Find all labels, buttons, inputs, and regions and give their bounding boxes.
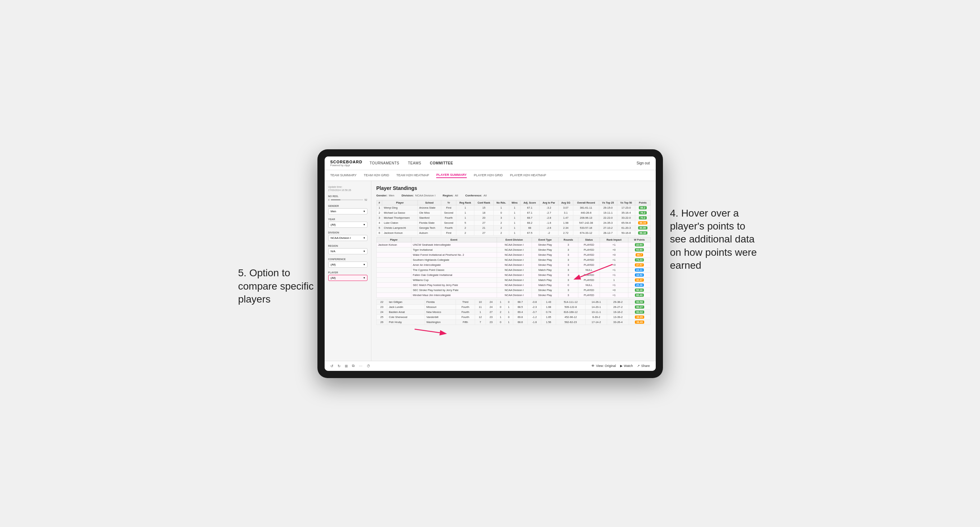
points-badge[interactable]: 66.40 xyxy=(635,294,644,297)
col-school: School xyxy=(417,200,441,205)
points-badge[interactable]: 25.38 xyxy=(635,284,644,287)
sub-nav: TEAM SUMMARY TEAM H2H GRID TEAM H2H HEAT… xyxy=(325,170,656,181)
annotation-bottom-left: 5. Option to compare specific players xyxy=(238,267,317,306)
points-badge[interactable]: 60.02 xyxy=(635,310,644,314)
table-row[interactable]: 24 Bastien Amat New Mexico Fourth 1 27 2… xyxy=(377,310,650,314)
division-select[interactable]: NCAA Division I ▾ xyxy=(328,235,368,241)
points-badge[interactable]: 70.2 xyxy=(639,216,647,219)
popup-row[interactable]: Fallen Oak Collegiate Invitational NCAA … xyxy=(377,272,650,277)
player-select[interactable]: (All) ▾ xyxy=(328,275,368,281)
popup-row[interactable]: Tiger Invitational NCAA Division I Strok… xyxy=(377,247,650,252)
popup-row[interactable]: Mirobel Maui Jim Intercollegiate NCAA Di… xyxy=(377,292,650,297)
points-badge[interactable]: 46.7 xyxy=(636,253,643,257)
popup-row[interactable]: Southern Highlands Collegiate NCAA Divis… xyxy=(377,257,650,262)
points-badge[interactable]: 80.89 xyxy=(638,226,648,230)
popup-col-rank-impact: Rank Impact xyxy=(600,237,628,242)
points-badge[interactable]: 73.23 xyxy=(635,258,644,262)
top-nav: SCOREBOARD Powered by clippi TOURNAMENTS… xyxy=(325,157,656,170)
menu-icon[interactable]: ⋯ xyxy=(359,364,363,368)
table-row[interactable]: 1 Wenyi Ding Arizona State First 1 15 1 … xyxy=(377,205,650,210)
sidebar: Update time: 27/03/2024 16:56:26 No Rds.… xyxy=(325,181,371,361)
popup-detail-table: Player Event Event Division Event Type R… xyxy=(377,237,651,298)
points-badge[interactable]: 53.60 xyxy=(635,248,644,251)
sub-nav-player-summary[interactable]: PLAYER SUMMARY xyxy=(436,172,466,178)
region-section: Region N/A ▾ xyxy=(328,244,368,254)
sub-nav-player-h2h-heatmap[interactable]: PLAYER H2H HEATMAP xyxy=(510,173,546,178)
sign-out[interactable]: Sign out xyxy=(637,161,650,165)
popup-row[interactable]: Williams Cup NCAA Division I Match Play … xyxy=(377,277,650,283)
table-row[interactable]: 2 Michael La Sasso Ole Miss Second 1 18 … xyxy=(377,210,650,215)
points-badge[interactable]: 37.57 xyxy=(635,264,644,267)
points-badge[interactable]: 24.11 xyxy=(635,268,644,271)
sub-nav-team-h2h-heatmap[interactable]: TEAM H2H HEATMAP xyxy=(396,173,429,178)
table-row[interactable]: 3 Michael Thorbjornsen Stanford Fourth 1… xyxy=(377,215,650,220)
points-badge[interactable]: 60.27 xyxy=(635,305,644,309)
region-select[interactable]: N/A ▾ xyxy=(328,248,368,254)
chevron-icon: ▾ xyxy=(363,276,365,279)
points-badge[interactable]: 56.18 xyxy=(635,289,644,292)
share-button[interactable]: ↗ Share xyxy=(637,364,650,368)
main-content: Update time: 27/03/2024 16:56:26 No Rds.… xyxy=(325,181,656,361)
gender-label: Gender xyxy=(328,205,368,207)
year-select[interactable]: (All) ▾ xyxy=(328,222,368,228)
watch-icon: ▶ xyxy=(620,364,623,368)
copy-icon[interactable]: ⧉ xyxy=(352,364,355,368)
toolbar-view[interactable]: 👁 View: Original xyxy=(591,364,616,368)
logo-sub: Powered by clippi xyxy=(330,164,363,167)
popup-row[interactable]: SEC Stroke Play hosted by Jerry Pate NCA… xyxy=(377,287,650,292)
sub-nav-player-h2h-grid[interactable]: PLAYER H2H GRID xyxy=(474,173,503,178)
points-badge[interactable]: 22.64 xyxy=(635,243,644,246)
points-badge[interactable]: 76.2 xyxy=(639,211,647,214)
nav-tournaments[interactable]: TOURNAMENTS xyxy=(370,160,399,166)
redo-icon[interactable]: ↻ xyxy=(337,364,340,368)
no-rds-label: No Rds. xyxy=(328,195,368,197)
popup-row[interactable]: Jackson Koivun UNCW Seahawk Intercollegi… xyxy=(377,242,650,247)
undo-icon[interactable]: ↺ xyxy=(330,364,333,368)
year-label: Year xyxy=(328,218,368,221)
points-badge[interactable]: 68.18 xyxy=(638,231,648,235)
sub-nav-team-h2h-grid[interactable]: TEAM H2H GRID xyxy=(364,173,390,178)
table-row[interactable]: 23 Jack Lundin Missouri Fourth 11 24 0 1… xyxy=(377,304,650,310)
gender-select[interactable]: Men ▾ xyxy=(328,208,368,214)
chevron-icon: ▾ xyxy=(363,223,365,226)
table-row[interactable]: 4 Luke Claton Florida State Second 5 27 … xyxy=(377,220,650,225)
table-row[interactable]: 26 Petr Hruby Washington Fifth 7 23 0 1 … xyxy=(377,319,650,324)
col-vs50: Vs Top 50 xyxy=(617,200,635,205)
clock-icon[interactable]: ⏱ xyxy=(367,364,370,368)
watch-button[interactable]: ▶ Watch xyxy=(620,364,633,368)
col-reg-rank: Reg Rank xyxy=(457,200,474,205)
slider-track[interactable] xyxy=(331,199,363,200)
grid-icon[interactable]: ⊞ xyxy=(345,364,348,368)
col-to-par: Avg to Par xyxy=(539,200,558,205)
points-badge[interactable]: 39.95 xyxy=(635,316,644,319)
popup-row[interactable]: Amer An Intercollegiate NCAA Division I … xyxy=(377,262,650,267)
table-row[interactable]: 5 Christo Lamprecht Georgia Tech Fourth … xyxy=(377,225,650,230)
extra-rows-table: 22 Ian Gilligan Florida Third 10 24 1 0 … xyxy=(377,299,651,325)
popup-col-division: Event Division xyxy=(497,237,531,242)
nav-committee[interactable]: COMMITTEE xyxy=(430,160,453,166)
points-badge[interactable]: 18.50 xyxy=(635,273,644,277)
table-row[interactable]: 25 Cole Sherwood Vanderbilt Fourth 12 23… xyxy=(377,314,650,319)
logo-text: SCOREBOARD xyxy=(330,160,363,164)
popup-row[interactable]: Wake Forest Invitational at Pinehurst No… xyxy=(377,252,650,257)
popup-row[interactable]: The Cypress Point Classic NCAA Division … xyxy=(377,267,650,272)
points-badge[interactable]: 88.34 xyxy=(638,221,648,224)
chevron-icon: ▾ xyxy=(363,210,365,213)
outer-wrapper: 4. Hover over a player's points to see a… xyxy=(317,149,663,378)
points-badge[interactable]: 38.49 xyxy=(635,321,644,324)
conference-select[interactable]: (All) ▾ xyxy=(328,262,368,268)
sub-nav-team-summary[interactable]: TEAM SUMMARY xyxy=(330,173,357,178)
table-area: Player Standings Gender: Men Division: N… xyxy=(371,181,656,361)
bottom-toolbar: ↺ ↻ ⊞ ⧉ ⋯ ⏱ 👁 View: Original ▶ Watch ↗ S… xyxy=(325,361,656,371)
nav-teams[interactable]: TEAMS xyxy=(408,160,422,166)
points-badge[interactable]: 60.58 xyxy=(635,300,644,303)
points-badge[interactable]: 88.2 xyxy=(639,206,647,210)
chevron-icon: ▾ xyxy=(363,263,365,266)
table-row[interactable]: 6 Jackson Koivun Auburn First 2 27 2 1 6… xyxy=(377,230,650,235)
no-rds-section: No Rds. 4 52 xyxy=(328,195,368,201)
popup-row[interactable]: SEC Match Play hosted by Jerry Pate NCAA… xyxy=(377,283,650,287)
col-adj-score: Adj. Score xyxy=(520,200,539,205)
gender-section: Gender Men ▾ xyxy=(328,205,368,214)
table-row[interactable]: 22 Ian Gilligan Florida Third 10 24 1 0 … xyxy=(377,299,650,304)
points-badge[interactable]: 30.47 xyxy=(635,278,644,282)
